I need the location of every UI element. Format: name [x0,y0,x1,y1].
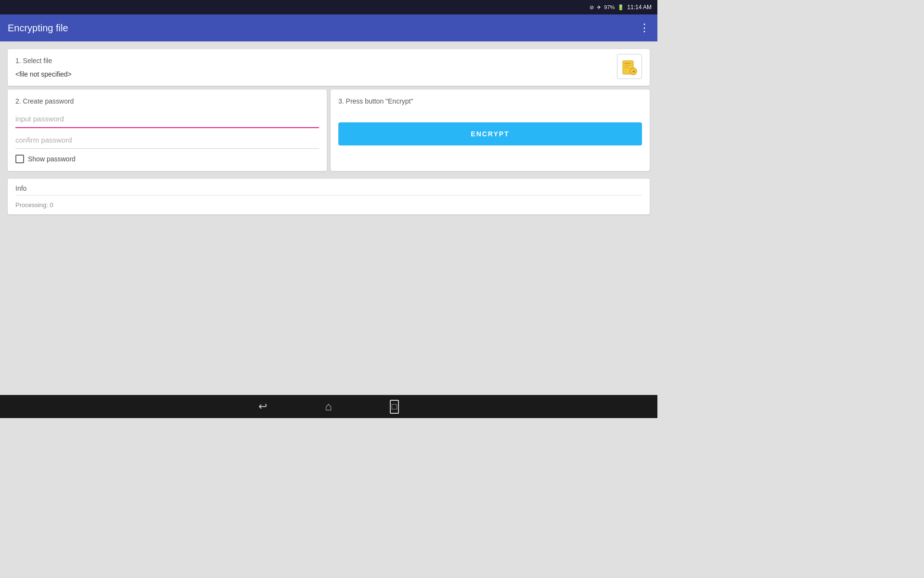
app-title: Encrypting file [8,23,68,34]
show-password-label: Show password [28,155,76,163]
create-password-label: 2. Create password [15,97,319,105]
app-bar: Encrypting file ⋮ [0,14,657,41]
select-file-card: 1. Select file <file not specified> ✦ [8,49,650,86]
password-input-group [15,111,319,128]
confirm-password-input-group [15,132,319,149]
back-button[interactable]: ↩ [258,400,267,413]
svg-rect-1 [624,63,631,64]
confirm-password-field[interactable] [15,132,319,149]
press-encrypt-card: 3. Press button "Encrypt" ENCRYPT [331,90,650,171]
show-password-row: Show password [15,155,319,163]
select-file-button[interactable]: ✦ [617,54,642,79]
create-password-card: 2. Create password Show password [8,90,327,171]
svg-rect-3 [624,67,629,68]
overflow-menu-icon[interactable]: ⋮ [639,23,650,33]
info-title: Info [15,184,642,192]
status-bar: ⊘ ✈ 97% 🔋 11:14 AM [0,0,657,14]
battery-icon: 🔋 [617,4,624,11]
press-button-label: 3. Press button "Encrypt" [338,97,642,105]
encrypt-button[interactable]: ENCRYPT [338,122,642,145]
battery-percent: 97% [604,4,615,10]
svg-rect-2 [624,65,631,66]
info-card: Info Processing: 0 [8,179,650,214]
signal-off-icon: ⊘ [590,4,594,11]
select-file-label: 1. Select file [15,57,642,65]
info-divider [15,195,642,196]
input-password-field[interactable] [15,111,319,128]
clock: 11:14 AM [627,4,652,11]
airplane-icon: ✈ [597,4,601,11]
two-column-section: 2. Create password Show password 3. Pres… [8,90,650,175]
recents-button[interactable]: □ [390,400,399,414]
main-content: 1. Select file <file not specified> ✦ 2.… [0,41,657,395]
svg-text:✦: ✦ [632,69,636,74]
processing-text: Processing: 0 [15,201,642,209]
status-icons: ⊘ ✈ 97% 🔋 11:14 AM [590,4,652,11]
show-password-checkbox[interactable] [15,155,24,163]
file-not-specified-text: <file not specified> [15,70,642,78]
file-stamp-icon: ✦ [621,58,638,75]
home-button[interactable]: ⌂ [325,400,332,413]
bottom-nav: ↩ ⌂ □ [0,395,657,418]
